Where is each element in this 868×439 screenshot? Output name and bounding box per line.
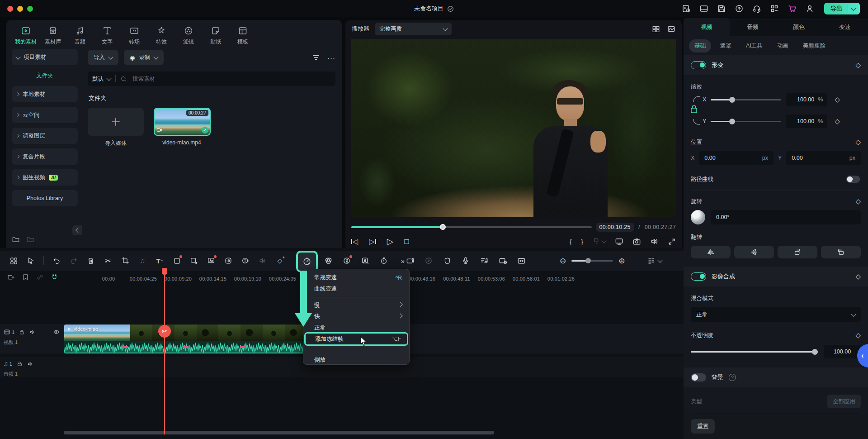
portrait-cutout-icon[interactable] (360, 255, 371, 266)
zoom-in-icon[interactable]: ⊕ (618, 256, 625, 266)
playback-progress-bar[interactable] (351, 226, 592, 228)
undo-icon[interactable] (51, 255, 62, 266)
ai-audio-icon[interactable] (341, 255, 352, 266)
tab-speed[interactable]: 变速 (822, 18, 868, 36)
zoom-window-button[interactable] (27, 6, 33, 12)
scale-y-value[interactable]: 100.00% (786, 115, 827, 128)
tab-text[interactable]: 文字 (94, 24, 120, 46)
tab-video[interactable]: 视频 (684, 18, 730, 36)
text-to-speech-icon[interactable] (240, 255, 251, 266)
speed-tool-icon[interactable] (302, 257, 311, 266)
tab-transitions[interactable]: 转场 (121, 24, 147, 46)
minimize-window-button[interactable] (17, 6, 23, 12)
ripple-edit-icon[interactable] (516, 255, 527, 266)
subtab-basic[interactable]: 基础 (689, 39, 711, 52)
scale-x-slider[interactable] (711, 99, 781, 100)
video-track-visibility-icon[interactable] (53, 329, 60, 335)
add-text-icon[interactable]: T (154, 255, 165, 266)
apps-grid-icon[interactable] (769, 4, 779, 14)
timeline-horizontal-scrollbar[interactable] (64, 431, 494, 434)
denoise-icon[interactable] (257, 255, 268, 266)
delete-icon[interactable] (85, 255, 96, 266)
playback-progress-handle[interactable] (440, 224, 446, 230)
sidebar-item-adjustment-layer[interactable]: 调整图层 (12, 128, 78, 144)
redo-icon[interactable] (68, 255, 79, 266)
search-input[interactable] (132, 75, 269, 82)
opacity-value[interactable]: 100.00 (824, 345, 861, 358)
audio-music-icon[interactable]: ♫ (137, 255, 148, 266)
new-folder-icon[interactable] (12, 235, 20, 243)
crop-icon[interactable] (120, 255, 131, 266)
scale-y-keyframe-icon[interactable]: ◇ (835, 117, 840, 125)
menu-item-slow[interactable]: 慢 (303, 300, 409, 311)
apply-all-button[interactable]: 全部应用 (827, 395, 861, 408)
color-wheels-icon[interactable] (323, 255, 334, 266)
filter-sort-icon[interactable] (312, 53, 320, 62)
volume-icon[interactable] (650, 237, 659, 246)
timeline-video-clip[interactable]: video-miao (64, 324, 329, 354)
background-help-icon[interactable]: ? (729, 374, 736, 381)
previous-frame-button[interactable]: ◁ (351, 237, 358, 246)
sidebar-item-cloud[interactable]: 云空间 (12, 107, 78, 123)
video-track-mute-icon[interactable] (29, 329, 36, 335)
sidebar-item-project-media[interactable]: 项目素材 (12, 49, 78, 65)
transform-keyframe-icon[interactable]: ◇ (855, 61, 861, 69)
scopes-icon[interactable] (667, 25, 675, 33)
media-browser-icon[interactable] (8, 255, 19, 266)
timeline-playhead[interactable]: ✂ (164, 272, 165, 434)
subtab-beauty[interactable]: 美颜瘦脸 (797, 39, 831, 52)
display-device-icon[interactable] (615, 237, 623, 246)
sidebar-item-image-to-video[interactable]: 图生视频 AI (12, 169, 78, 186)
render-preview-icon[interactable] (423, 255, 434, 266)
tab-color[interactable]: 颜色 (776, 18, 822, 36)
split-scissors-icon[interactable]: ✂ (103, 255, 113, 266)
next-frame-button[interactable]: ▷ (369, 237, 376, 246)
voiceover-mic-icon[interactable] (460, 255, 471, 266)
media-thumbnail-video-miao[interactable]: 00:00:27 ✓ (154, 108, 211, 136)
transform-toggle[interactable] (691, 61, 706, 69)
delete-folder-icon[interactable] (26, 235, 34, 243)
sidebar-item-folder[interactable]: 文件夹 (12, 69, 78, 82)
mark-out-button[interactable]: } (581, 238, 583, 245)
chroma-key-icon[interactable] (189, 255, 199, 266)
tab-audio[interactable]: 音频 (67, 24, 93, 46)
subtab-animation[interactable]: 动画 (772, 39, 794, 52)
menu-item-reverse[interactable]: 倒放 (303, 354, 409, 366)
audio-sync-icon[interactable] (479, 255, 490, 266)
tab-stickers[interactable]: 贴纸 (203, 24, 229, 46)
select-tool-icon[interactable] (25, 255, 36, 266)
support-headset-icon[interactable] (752, 4, 762, 14)
scale-y-slider[interactable] (711, 121, 781, 122)
position-x-field[interactable]: 0.00px (699, 151, 774, 165)
background-toggle[interactable] (691, 373, 706, 382)
stop-button[interactable]: □ (404, 237, 409, 246)
mark-in-button[interactable]: { (570, 238, 572, 245)
rotate-cw-button[interactable] (778, 246, 817, 258)
rotate-value-field[interactable]: 0.00° (711, 210, 861, 224)
quality-dropdown[interactable]: 完整画质 (375, 23, 452, 35)
sidebar-item-compound-clip[interactable]: 复合片段 (12, 148, 78, 165)
reset-button[interactable]: 重置 (691, 419, 715, 434)
ai-text-icon[interactable] (206, 255, 217, 266)
compositing-keyframe-icon[interactable]: ◇ (855, 272, 861, 281)
blend-mode-dropdown[interactable]: 正常 (691, 307, 861, 322)
rotate-knob[interactable] (691, 210, 705, 224)
subtab-ai-tools[interactable]: AI工具 (741, 39, 768, 52)
snapshot-plus-icon[interactable] (405, 255, 415, 266)
tab-stock-media[interactable]: 素材库 (40, 24, 66, 46)
tab-templates[interactable]: 模板 (230, 24, 256, 46)
stopwatch-icon[interactable] (378, 255, 389, 266)
video-preview[interactable] (351, 39, 676, 217)
view-filter-dropdown[interactable]: 默认 (92, 75, 111, 83)
collapse-sidebar-button[interactable] (72, 225, 82, 235)
playhead-handle[interactable] (162, 268, 167, 274)
record-button[interactable]: ◉ 录制 (124, 50, 164, 65)
position-keyframe-icon[interactable]: ◇ (855, 138, 861, 146)
rotate-ccw-button[interactable] (821, 246, 861, 258)
rotate-keyframe-icon[interactable]: ◇ (855, 197, 861, 205)
scale-link-lock-icon[interactable] (691, 93, 702, 128)
snapshot-camera-icon[interactable] (632, 237, 641, 246)
tab-my-media[interactable]: 我的素材 (13, 24, 39, 46)
render-queue-icon[interactable] (681, 4, 691, 14)
layout-icon[interactable] (699, 4, 709, 14)
